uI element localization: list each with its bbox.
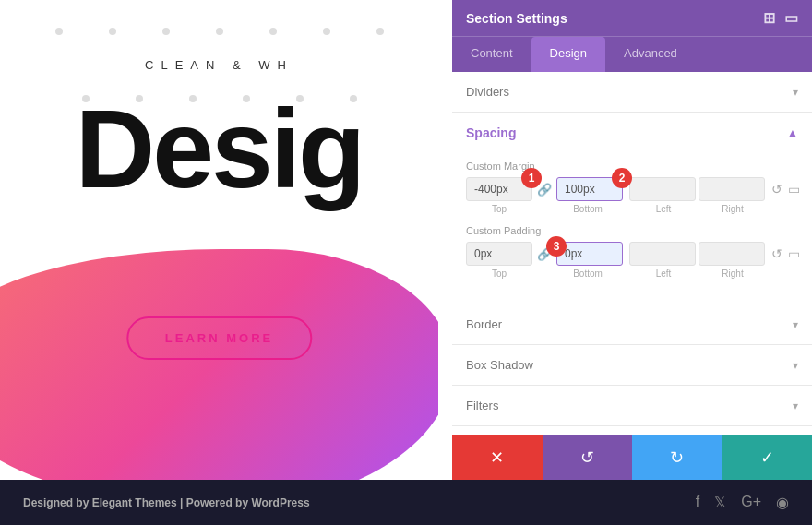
padding-link-wrapper: 🔗 3 [535, 245, 554, 262]
padding-left-input[interactable] [629, 242, 696, 266]
elegant-themes-link[interactable]: Elegant Themes [92, 496, 177, 509]
cancel-button[interactable]: ✕ [452, 435, 543, 480]
dot [323, 28, 330, 35]
dividers-section[interactable]: Dividers ▾ [452, 72, 812, 113]
margin-reset-icon[interactable]: ↺ [771, 182, 782, 197]
spacing-section: Spacing ▲ Custom Margin 1 🔗 [452, 113, 812, 304]
margin-fields: 1 🔗 2 ↺ ▭ [466, 177, 798, 201]
footer-separator: | Powered by [180, 496, 251, 509]
box-shadow-section[interactable]: Box Shadow ▾ [452, 345, 812, 386]
badge-1: 1 [521, 168, 542, 188]
box-shadow-chevron: ▾ [793, 359, 798, 372]
preview-tagline: CLEAN & WH [0, 58, 438, 72]
panel-tabs: Content Design Advanced [452, 36, 812, 72]
margin-labels: Top Bottom Left Right [466, 204, 798, 214]
badge-3: 3 [546, 236, 567, 257]
padding-labels: Top Bottom Left Right [466, 268, 798, 279]
dot [376, 28, 384, 35]
confirm-button[interactable]: ✓ [722, 435, 813, 480]
panel-header: Section Settings ⊞ ▭ [452, 0, 812, 36]
filters-label: Filters [466, 399, 498, 412]
margin-left-label: Left [630, 204, 697, 214]
dots-row-1 [0, 0, 438, 35]
footer-text: Designed by Elegant Themes | Powered by … [23, 496, 310, 509]
dot [269, 28, 277, 35]
margin-bottom-label: Bottom [555, 204, 621, 214]
twitter-icon[interactable]: 𝕏 [714, 494, 726, 511]
panel-header-icons: ⊞ ▭ [763, 9, 798, 27]
panel-body: Dividers ▾ Spacing ▲ Custom Margin 1 [452, 72, 812, 480]
collapse-icon[interactable]: ▭ [784, 9, 798, 27]
settings-panel: Section Settings ⊞ ▭ Content Design Adva… [452, 0, 812, 480]
custom-padding-group: Custom Padding 🔗 3 ↺ ▭ [466, 225, 798, 279]
page-footer: Designed by Elegant Themes | Powered by … [0, 480, 812, 525]
rss-icon[interactable]: ◉ [776, 494, 789, 511]
margin-right-input[interactable] [699, 177, 765, 201]
forward-button[interactable]: ↻ [632, 435, 722, 480]
padding-right-label: Right [699, 268, 766, 279]
dot [216, 28, 223, 35]
blob-background [0, 249, 438, 480]
dot [109, 28, 116, 35]
padding-right-input[interactable] [699, 242, 765, 266]
padding-reset-icon[interactable]: ↺ [771, 246, 782, 261]
facebook-icon[interactable]: f [696, 494, 699, 511]
badge-2: 2 [612, 168, 632, 188]
panel-title: Section Settings [466, 11, 567, 26]
border-label: Border [466, 317, 502, 331]
action-bar: ✕ ↺ ↻ ✓ [452, 435, 812, 480]
website-preview: CLEAN & WH Desig LEARN MORE [0, 0, 438, 480]
footer-designed-by: Designed by [23, 496, 92, 509]
custom-margin-group: Custom Margin 1 🔗 2 [466, 161, 798, 214]
google-plus-icon[interactable]: G+ [741, 494, 761, 511]
margin-right-label: Right [699, 204, 766, 214]
dot [162, 28, 170, 35]
box-shadow-label: Box Shadow [466, 358, 533, 372]
padding-left-label: Left [630, 268, 697, 279]
padding-actions: ↺ ▭ [771, 246, 800, 261]
tab-content[interactable]: Content [452, 37, 531, 72]
border-section[interactable]: Border ▾ [452, 304, 812, 345]
spacing-content: Custom Margin 1 🔗 2 [452, 153, 812, 304]
tab-design[interactable]: Design [531, 37, 605, 72]
custom-margin-label: Custom Margin [466, 161, 798, 172]
custom-padding-label: Custom Padding [466, 225, 798, 236]
padding-device-icon[interactable]: ▭ [788, 246, 800, 261]
margin-left-input[interactable] [629, 177, 696, 201]
filters-section[interactable]: Filters ▾ [452, 386, 812, 426]
preview-big-text: Desig [0, 93, 438, 204]
spacing-chevron: ▲ [787, 126, 798, 139]
spacing-label: Spacing [466, 125, 516, 140]
margin-actions: ↺ ▭ [771, 182, 800, 197]
margin-bottom-wrapper: 2 [556, 177, 623, 201]
padding-top-input[interactable] [466, 242, 532, 266]
maximize-icon[interactable]: ⊞ [763, 9, 775, 27]
tab-advanced[interactable]: Advanced [605, 37, 696, 72]
padding-top-label: Top [466, 268, 532, 279]
padding-fields: 🔗 3 ↺ ▭ [466, 242, 798, 266]
border-chevron: ▾ [793, 318, 798, 331]
dividers-chevron: ▾ [793, 86, 798, 99]
spacing-header[interactable]: Spacing ▲ [452, 113, 812, 153]
filters-chevron: ▾ [793, 400, 798, 412]
margin-device-icon[interactable]: ▭ [788, 182, 800, 197]
dot [55, 28, 63, 35]
reset-button[interactable]: ↺ [543, 435, 633, 480]
wordpress-link[interactable]: WordPress [251, 496, 309, 509]
margin-top-wrapper: 1 [466, 177, 532, 201]
margin-top-label: Top [466, 204, 532, 214]
dividers-label: Dividers [466, 85, 509, 99]
learn-more-button[interactable]: LEARN MORE [126, 316, 312, 360]
padding-bottom-label: Bottom [555, 268, 621, 279]
social-icons: f 𝕏 G+ ◉ [696, 494, 789, 511]
